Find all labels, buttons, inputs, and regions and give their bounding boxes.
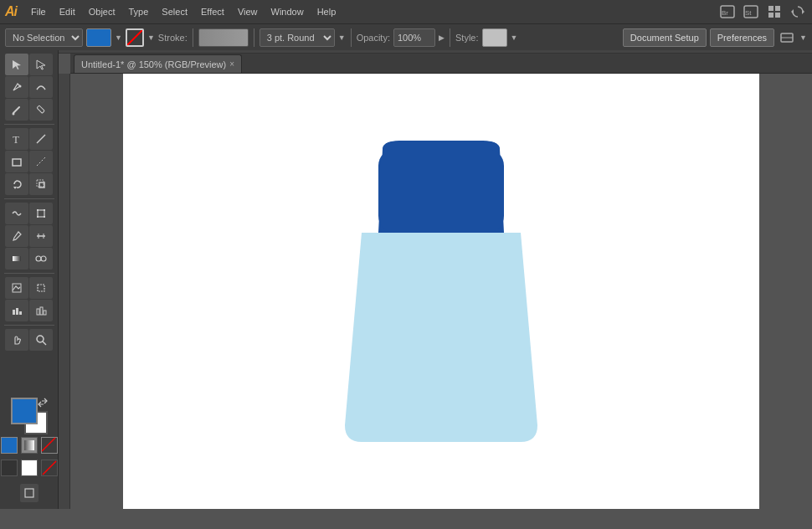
swap-colors-icon[interactable] <box>38 398 48 408</box>
type-tool[interactable]: T <box>5 128 28 150</box>
svg-rect-41 <box>37 309 39 315</box>
stroke-width-dropdown[interactable]: 3 pt. Round <box>260 28 335 47</box>
image-trace-tool[interactable] <box>5 277 28 299</box>
mask-arrow[interactable]: ▼ <box>799 33 807 42</box>
tool-separator-3 <box>4 273 54 274</box>
stroke-arrow[interactable]: ▼ <box>147 33 155 42</box>
gradient-tool[interactable] <box>5 248 28 270</box>
svg-rect-37 <box>38 285 44 291</box>
svg-rect-7 <box>775 13 780 18</box>
stroke-label: Stroke: <box>158 33 188 43</box>
foreground-color-box[interactable] <box>11 398 38 424</box>
scale-tool[interactable] <box>29 173 53 195</box>
opacity-arrow[interactable]: ▶ <box>439 33 445 42</box>
divider-2 <box>254 28 254 47</box>
gradient-mode-btn[interactable] <box>21 437 38 454</box>
menu-object[interactable]: Object <box>83 4 121 19</box>
document-tab[interactable]: Untitled-1* @ 150% (RGB/Preview) × <box>74 54 242 73</box>
svg-point-35 <box>41 256 46 261</box>
tool-separator-2 <box>4 198 54 199</box>
fill-mode-btn[interactable] <box>1 437 18 454</box>
menu-select[interactable]: Select <box>156 4 193 19</box>
graph-tool[interactable] <box>5 300 28 321</box>
svg-line-45 <box>43 342 46 345</box>
svg-marker-13 <box>37 60 45 69</box>
paintbrush-tool[interactable] <box>5 99 28 121</box>
mask-icon[interactable] <box>778 28 796 47</box>
sync-icon[interactable] <box>789 3 807 21</box>
color-section <box>2 394 56 506</box>
white-swatch[interactable] <box>21 460 38 476</box>
tab-bar: Untitled-1* @ 150% (RGB/Preview) × <box>70 54 812 74</box>
artboard-tool[interactable] <box>29 277 53 299</box>
tool-separator-1 <box>4 124 54 125</box>
pen-tool[interactable] <box>5 76 28 98</box>
color-swatch-bar[interactable] <box>198 28 249 47</box>
svg-marker-12 <box>13 60 21 69</box>
menu-file[interactable]: File <box>25 4 52 19</box>
opacity-input[interactable] <box>393 28 435 47</box>
none-swatch[interactable] <box>41 460 58 476</box>
rectangle-tool[interactable] <box>5 151 28 172</box>
warp-tool[interactable] <box>5 203 28 224</box>
selection-tool[interactable] <box>5 54 28 75</box>
svg-rect-19 <box>13 159 21 166</box>
hand-tool[interactable] <box>5 329 28 351</box>
stroke-color-swatch[interactable] <box>126 28 144 47</box>
menu-type[interactable]: Type <box>123 4 155 19</box>
menu-effect[interactable]: Effect <box>195 4 230 19</box>
fill-color-swatch[interactable] <box>86 28 111 47</box>
svg-text:Br: Br <box>722 9 728 17</box>
eyedropper-tool[interactable] <box>5 225 28 247</box>
menu-help[interactable]: Help <box>311 4 342 19</box>
divider-1 <box>193 28 193 47</box>
svg-line-49 <box>42 438 55 451</box>
svg-rect-39 <box>16 308 18 315</box>
draw-mode-btn[interactable] <box>20 484 39 502</box>
menu-bar: Ai File Edit Object Type Select Effect V… <box>0 0 812 23</box>
zoom-tool[interactable] <box>29 329 53 351</box>
black-swatch[interactable] <box>1 460 18 476</box>
blend-tool[interactable] <box>29 248 53 270</box>
measure-tool[interactable] <box>29 225 53 247</box>
stroke-width-arrow[interactable]: ▼ <box>338 33 346 42</box>
svg-rect-43 <box>44 311 46 315</box>
selection-dropdown[interactable]: No Selection <box>5 28 83 47</box>
style-arrow[interactable]: ▼ <box>511 33 518 42</box>
direct-selection-tool[interactable] <box>29 54 53 75</box>
tab-close-button[interactable]: × <box>229 59 234 69</box>
svg-rect-52 <box>378 149 504 233</box>
menu-edit[interactable]: Edit <box>54 4 81 19</box>
svg-rect-42 <box>40 307 43 315</box>
options-toolbar: No Selection ▼ ▼ Stroke: 3 pt. Round ▼ O… <box>0 23 812 50</box>
svg-rect-40 <box>19 311 22 315</box>
stock-icon[interactable]: St <box>742 3 760 21</box>
svg-rect-48 <box>24 440 34 450</box>
svg-marker-8 <box>802 9 804 14</box>
grid-icon[interactable] <box>765 3 784 21</box>
opacity-label: Opacity: <box>357 33 390 43</box>
svg-point-34 <box>36 256 41 261</box>
menu-view[interactable]: View <box>232 4 264 19</box>
fill-arrow[interactable]: ▼ <box>115 33 122 42</box>
svg-rect-4 <box>768 6 773 11</box>
divider-3 <box>351 28 352 47</box>
line-tool[interactable] <box>29 128 53 150</box>
rotate-tool[interactable] <box>5 173 28 195</box>
none-mode-btn[interactable] <box>41 437 58 454</box>
document-setup-button[interactable]: Document Setup <box>623 28 707 47</box>
bar-chart-tool[interactable] <box>29 300 53 321</box>
svg-point-14 <box>19 85 22 88</box>
menu-window[interactable]: Window <box>265 4 310 19</box>
svg-rect-33 <box>13 256 21 261</box>
svg-rect-25 <box>37 209 39 211</box>
pencil-tool[interactable] <box>29 99 53 121</box>
preferences-button[interactable]: Preferences <box>710 28 774 47</box>
bridge-icon[interactable]: Br <box>718 3 737 21</box>
pen2-tool[interactable] <box>29 151 53 172</box>
svg-rect-38 <box>13 310 15 315</box>
free-transform-tool[interactable] <box>29 203 53 224</box>
tab-title: Untitled-1* @ 150% (RGB/Preview) <box>81 59 226 69</box>
curvature-tool[interactable] <box>29 76 53 98</box>
style-swatch[interactable] <box>482 28 507 47</box>
